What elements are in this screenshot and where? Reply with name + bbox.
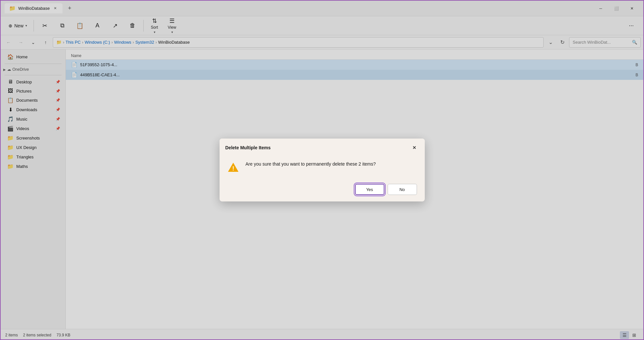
dialog-message: Are you sure that you want to permanentl…: [246, 161, 376, 168]
dialog-buttons: Yes No: [220, 184, 425, 201]
dialog-title-bar: Delete Multiple Items ✕: [220, 139, 425, 155]
delete-dialog: Delete Multiple Items ✕ ! Are you sure t…: [220, 139, 425, 201]
no-button[interactable]: No: [388, 184, 417, 195]
yes-button[interactable]: Yes: [355, 184, 384, 195]
dialog-title: Delete Multiple Items: [225, 145, 271, 150]
dialog-overlay: Delete Multiple Items ✕ ! Are you sure t…: [0, 0, 644, 340]
warning-icon: !: [227, 161, 239, 176]
dialog-close-button[interactable]: ✕: [410, 143, 419, 152]
dialog-body: ! Are you sure that you want to permanen…: [220, 155, 425, 184]
svg-text:!: !: [232, 165, 234, 172]
